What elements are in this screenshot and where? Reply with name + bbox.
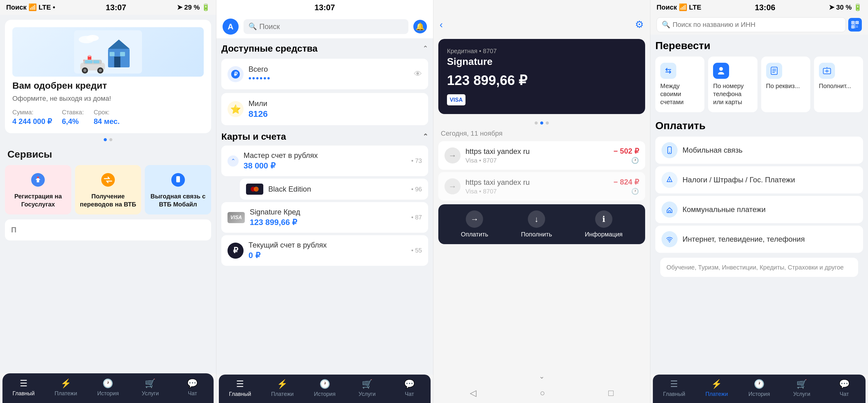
payment-internet[interactable]: Интернет, телевидение, телефония [655, 226, 863, 253]
black-edition-row[interactable]: Black Edition • 96 [240, 179, 428, 200]
svg-rect-61 [669, 211, 671, 212]
black-edition-card-img [246, 183, 263, 195]
settings-icon[interactable]: ⚙ [635, 19, 644, 30]
nav-history-2[interactable]: 🕐 История [304, 379, 346, 398]
service-transfers[interactable]: Получение переводов на ВТБ [75, 165, 142, 214]
screen-2: 13:07 А 🔍 🔔 Доступные средства ⌃ ₽ [216, 0, 433, 403]
svg-rect-36 [857, 26, 858, 26]
status-left-1: Поиск 📶 LTE • [6, 3, 55, 11]
payment-mobile[interactable]: Мобильная связь [655, 137, 863, 164]
back-button[interactable]: ‹ [439, 19, 443, 30]
search-input-2[interactable] [259, 22, 403, 31]
home-icon-1: ☰ [20, 378, 28, 388]
nav-home-4[interactable]: ☰ Главный [653, 379, 695, 398]
chat-icon-4: 💬 [839, 379, 850, 389]
android-recent[interactable]: □ [609, 388, 614, 398]
signature-card-img: VISA [227, 212, 245, 223]
chat-icon-2: 💬 [404, 379, 415, 389]
time-1: 13:07 [106, 3, 127, 12]
svg-point-17 [99, 69, 102, 72]
svg-rect-12 [85, 60, 93, 63]
svg-rect-39 [855, 21, 855, 22]
nav-services-2[interactable]: 🛒 Услуги [346, 379, 388, 398]
status-right-4: ➤ 30 % 🔋 [829, 3, 862, 11]
svg-point-60 [669, 181, 670, 181]
balance-icon: ₽ [227, 66, 244, 82]
nav-payments-4[interactable]: ⚡ Платежи [695, 379, 738, 398]
user-avatar[interactable]: А [222, 19, 239, 35]
services-icon-4: 🛒 [796, 379, 807, 389]
master-account-row[interactable]: ⌃ Мастер счет в рублях 38 000 ₽ • 73 [221, 146, 428, 176]
tx-merchant-1: https taxi yandex ru [465, 147, 609, 156]
hero-details: Сумма: 4 244 000 ₽ Ставка: 6,4% Срок: 84… [12, 109, 204, 126]
by-requisites-label: По реквиз... [766, 82, 800, 90]
current-rub-row[interactable]: ₽ Текущий счет в рублях 0 ₽ • 55 [221, 235, 428, 266]
notification-icon[interactable]: 🔔 [413, 20, 427, 33]
chevron-down-icon[interactable]: ⌄ [539, 372, 545, 380]
hero-amount: Сумма: 4 244 000 ₽ [12, 109, 52, 126]
nav-home-1[interactable]: ☰ Главный [2, 378, 45, 397]
transfer-section: Перевести Между своими счетами [655, 39, 863, 112]
search-input-4[interactable] [673, 21, 840, 29]
search-bar-2[interactable]: 🔍 [244, 19, 408, 34]
info-btn[interactable]: ℹ Информация [585, 210, 622, 238]
service-mobile[interactable]: Выгодная связь с ВТБ Мобайл [145, 165, 211, 214]
chevron-up-cards[interactable]: ⌃ [423, 133, 428, 141]
qr-icon[interactable] [848, 18, 862, 31]
nav-history-1[interactable]: 🕐 История [87, 378, 129, 397]
tx-card-2: Visa • 8707 [465, 188, 609, 195]
chat-label-1: Чат [188, 390, 197, 397]
android-home[interactable]: ○ [540, 388, 545, 398]
s1-content: Вам одобрен кредит Оформите, не выходя и… [0, 15, 216, 373]
pay-icon: → [466, 210, 483, 228]
between-accounts-icon [660, 63, 676, 79]
tx-right-2: − 824 ₽ 🕐 [614, 178, 639, 195]
current-rub-info: Текущий счет в рублях 0 ₽ [248, 241, 327, 260]
pay-btn[interactable]: → Оплатить [461, 210, 488, 238]
service-gosuslugi[interactable]: Регистрация на Госуслугах [5, 165, 71, 214]
svg-rect-30 [852, 22, 854, 23]
internet-label: Интернет, телевидение, телефония [682, 235, 805, 243]
topup-transfer-label: Пополнит... [819, 82, 851, 90]
taxes-icon [661, 172, 678, 188]
svg-rect-45 [855, 25, 855, 26]
android-back[interactable]: ◁ [470, 388, 476, 398]
transfer-topup[interactable]: Пополнит... [814, 57, 863, 112]
nav-payments-1[interactable]: ⚡ Платежи [45, 378, 87, 397]
topup-btn[interactable]: ↓ Пополнить [521, 210, 552, 238]
svg-rect-22 [176, 176, 180, 182]
nav-history-4[interactable]: 🕐 История [738, 379, 781, 398]
payment-utilities[interactable]: Коммунальные платежи [655, 196, 863, 223]
expand-icon[interactable]: ⌃ [227, 155, 239, 167]
chevron-up-icon[interactable]: ⌃ [423, 45, 428, 53]
transfer-by-phone[interactable]: По номеру телефона или карты [708, 57, 757, 112]
transfer-by-requisites[interactable]: По реквиз... [761, 57, 810, 112]
transfer-between-accounts[interactable]: Между своими счетами [655, 57, 704, 112]
nav-home-2[interactable]: ☰ Главный [219, 379, 261, 398]
nav-payments-2[interactable]: ⚡ Платежи [261, 379, 304, 398]
nav-services-4[interactable]: 🛒 Услуги [780, 379, 823, 398]
nav-chat-2[interactable]: 💬 Чат [388, 379, 431, 398]
hero-rate: Ставка: 6,4% [62, 109, 84, 126]
s4-search-bar[interactable]: 🔍 [656, 17, 846, 32]
black-edition-info: Black Edition [268, 185, 311, 194]
tx-time-icon-2: 🕐 [631, 188, 639, 195]
miles-label: Мили [248, 99, 268, 108]
payment-taxes[interactable]: Налоги / Штрафы / Гос. Платежи [655, 166, 863, 194]
s4-content: Перевести Между своими счетами [650, 35, 868, 375]
transaction-1[interactable]: → https taxi yandex ru Visa • 8707 − 502… [438, 141, 645, 170]
miles-star-icon: ⭐ [227, 101, 244, 117]
payments-icon-1: ⚡ [61, 378, 71, 388]
chat-label-4: Чат [840, 391, 849, 398]
nav-services-1[interactable]: 🛒 Услуги [129, 378, 171, 397]
nav-chat-4[interactable]: 💬 Чат [823, 379, 866, 398]
eye-icon[interactable]: 👁 [414, 69, 422, 79]
tx-card-1: Visa • 8707 [465, 157, 609, 164]
svg-rect-41 [855, 24, 855, 24]
signature-row[interactable]: VISA Signature Кред 123 899,66 ₽ • 87 [221, 202, 428, 233]
nav-chat-1[interactable]: 💬 Чат [171, 378, 214, 397]
s4-bottom-note: Обучение, Туризм, Инвестиции, Кредиты, С… [660, 258, 858, 277]
transaction-2[interactable]: → https taxi yandex ru Visa • 8707 − 824… [438, 172, 645, 201]
info-icon: ℹ [595, 210, 612, 228]
info-label: Информация [585, 231, 622, 238]
